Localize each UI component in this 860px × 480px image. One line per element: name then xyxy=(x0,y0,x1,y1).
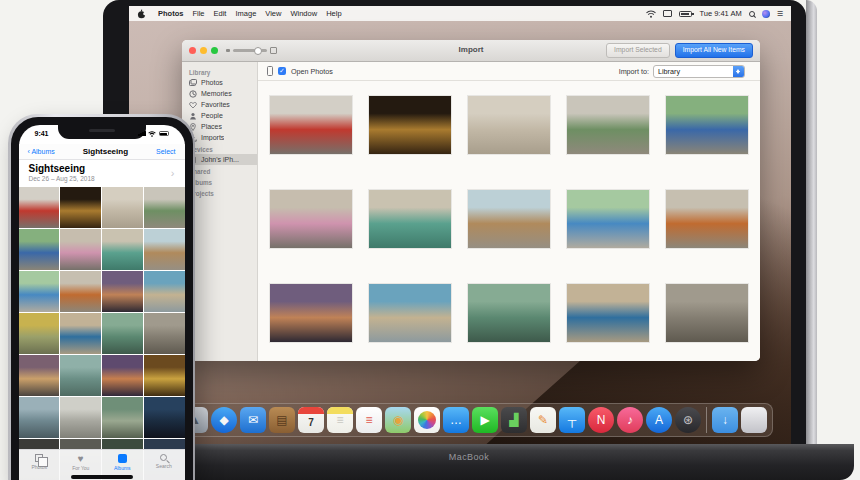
keynote-icon[interactable]: ┬ xyxy=(559,407,585,433)
safari-icon[interactable]: ◆ xyxy=(211,407,237,433)
minimize-window-button[interactable] xyxy=(200,47,207,54)
photo-sunset-cliff[interactable] xyxy=(19,355,60,396)
sidebar-item-label: Photos xyxy=(201,79,223,86)
photo-green-balcony-detail[interactable] xyxy=(468,284,550,342)
photo-night-building-lights[interactable] xyxy=(60,187,101,228)
battery-icon[interactable] xyxy=(679,11,692,17)
chevron-right-icon[interactable]: › xyxy=(171,167,175,179)
news-icon[interactable]: N xyxy=(588,407,614,433)
photo-golden-lights[interactable] xyxy=(144,355,185,396)
photo-night-building-lights[interactable] xyxy=(369,96,451,154)
photo-green-building-blue-car[interactable] xyxy=(19,229,60,270)
photo-sunset-seascape[interactable] xyxy=(270,284,352,342)
calendar-icon[interactable]: 7 xyxy=(298,407,324,433)
menu-image[interactable]: Image xyxy=(235,9,256,18)
wifi-icon[interactable] xyxy=(646,10,656,18)
menu-photos[interactable]: Photos xyxy=(158,9,183,18)
photo-green-house-blue-car[interactable] xyxy=(19,271,60,312)
thumbnail-size-slider[interactable] xyxy=(226,47,277,54)
photo-dark-blue-scene[interactable] xyxy=(144,397,185,438)
spotlight-search-icon[interactable] xyxy=(749,11,755,17)
photo-sunset-pier[interactable] xyxy=(102,355,143,396)
photo-street-blue-car[interactable] xyxy=(60,313,101,354)
photo-green-balcony-detail[interactable] xyxy=(102,313,143,354)
import-destination-select[interactable]: Library xyxy=(653,65,745,78)
photo-coastal-view[interactable] xyxy=(60,355,101,396)
menu-help[interactable]: Help xyxy=(326,9,341,18)
notification-center-icon[interactable]: ☰ xyxy=(777,10,783,18)
mail-icon[interactable]: ✉ xyxy=(240,407,266,433)
photo-teal-colonial-arches[interactable] xyxy=(369,190,451,248)
photo-ornate-building-pink-car[interactable] xyxy=(60,229,101,270)
photo-white-facade-door[interactable] xyxy=(468,96,550,154)
open-photos-checkbox[interactable]: ✓ xyxy=(278,67,286,75)
zoom-window-button[interactable] xyxy=(211,47,218,54)
back-to-albums-button[interactable]: ‹ Albums xyxy=(28,148,55,155)
app-store-icon[interactable]: A xyxy=(646,407,672,433)
photo-horse-cart-street[interactable] xyxy=(144,229,185,270)
album-header: Sightseeing Dec 26 – Aug 25, 2018 › xyxy=(29,163,175,182)
select-button[interactable]: Select xyxy=(156,148,175,155)
home-indicator[interactable] xyxy=(71,475,133,479)
photo-narrow-alley[interactable] xyxy=(144,313,185,354)
tab-search[interactable]: Search xyxy=(143,450,185,480)
numbers-icon[interactable]: ▟ xyxy=(501,407,527,433)
display-mirroring-icon[interactable] xyxy=(663,10,672,17)
sidebar-item-people[interactable]: People xyxy=(182,110,257,121)
tab-photos[interactable]: Photos xyxy=(19,450,61,480)
photo-white-steps[interactable] xyxy=(60,397,101,438)
pages-icon[interactable]: ✎ xyxy=(530,407,556,433)
iphone-frame: 9:41 ‹ Albums Sightseeing Select xyxy=(11,117,193,480)
photo-horse-rider-blue-wall[interactable] xyxy=(369,284,451,342)
small-thumbnails-icon xyxy=(226,49,230,53)
photo-green-building-blue-car[interactable] xyxy=(666,96,748,154)
slider-track[interactable] xyxy=(233,49,267,52)
photo-glass-dome[interactable] xyxy=(19,397,60,438)
downloads-folder-icon[interactable]: ↓ xyxy=(712,407,738,433)
sidebar-item-places[interactable]: Places xyxy=(182,121,257,132)
contacts-icon[interactable]: ▤ xyxy=(269,407,295,433)
photo-red-classic-car[interactable] xyxy=(270,96,352,154)
photo-red-classic-car[interactable] xyxy=(19,187,60,228)
photo-green-classic-car[interactable] xyxy=(567,96,649,154)
siri-icon[interactable] xyxy=(762,10,770,18)
sidebar-item-photos[interactable]: Photos xyxy=(182,77,257,88)
messages-icon[interactable]: … xyxy=(443,407,469,433)
photo-narrow-alley[interactable] xyxy=(666,284,748,342)
menu-bar-clock[interactable]: Tue 9:41 AM xyxy=(699,9,741,18)
trash-icon[interactable] xyxy=(741,407,767,433)
menu-edit[interactable]: Edit xyxy=(214,9,227,18)
photos-dock-icon[interactable] xyxy=(414,407,440,433)
photo-horse-on-beach[interactable] xyxy=(144,271,185,312)
notes-icon[interactable]: ≡ xyxy=(327,407,353,433)
photo-orange-classic-car[interactable] xyxy=(60,271,101,312)
window-titlebar[interactable]: Import Import Selected Import All New It… xyxy=(182,40,760,62)
import-selected-button[interactable]: Import Selected xyxy=(606,43,670,57)
photo-ornate-building-pink-car[interactable] xyxy=(270,190,352,248)
photo-yellow-alley[interactable] xyxy=(19,313,60,354)
photo-teal-colonial-arches[interactable] xyxy=(102,229,143,270)
menu-view[interactable]: View xyxy=(265,9,281,18)
close-window-button[interactable] xyxy=(189,47,196,54)
itunes-icon[interactable]: ♪ xyxy=(617,407,643,433)
photo-green-door-person[interactable] xyxy=(102,397,143,438)
menu-window[interactable]: Window xyxy=(290,9,317,18)
maps-icon[interactable]: ◉ xyxy=(385,407,411,433)
photo-sunset-seascape[interactable] xyxy=(102,271,143,312)
photo-street-blue-car[interactable] xyxy=(567,284,649,342)
slider-knob[interactable] xyxy=(254,47,262,55)
menu-file[interactable]: File xyxy=(192,9,204,18)
photo-white-facade-door[interactable] xyxy=(102,187,143,228)
photo-orange-classic-car[interactable] xyxy=(666,190,748,248)
reminders-icon[interactable]: ≡ xyxy=(356,407,382,433)
photo-green-house-blue-car[interactable] xyxy=(567,190,649,248)
sidebar-item-memories[interactable]: Memories xyxy=(182,88,257,99)
system-preferences-icon[interactable]: ⊛ xyxy=(675,407,701,433)
photo-green-classic-car[interactable] xyxy=(144,187,185,228)
select-stepper-icon xyxy=(733,66,744,77)
sidebar-item-favorites[interactable]: Favorites xyxy=(182,99,257,110)
facetime-icon[interactable]: ▶ xyxy=(472,407,498,433)
photo-horse-cart-street[interactable] xyxy=(468,190,550,248)
apple-menu-icon[interactable] xyxy=(137,9,146,19)
import-all-new-items-button[interactable]: Import All New Items xyxy=(675,43,753,57)
